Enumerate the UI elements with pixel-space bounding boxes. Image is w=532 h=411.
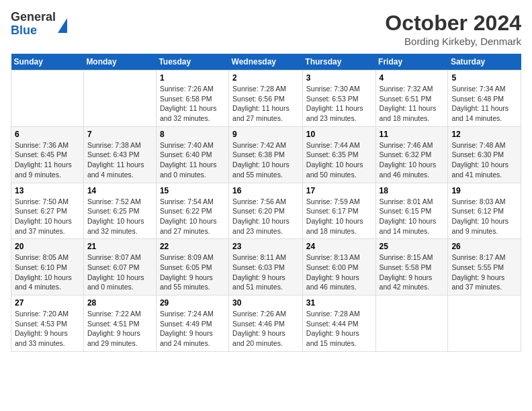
logo-text: General Blue <box>11 11 56 38</box>
day-info: Sunrise: 7:59 AMSunset: 6:17 PMDaylight:… <box>306 197 372 236</box>
day-number: 20 <box>15 242 80 251</box>
day-info: Sunrise: 7:34 AMSunset: 6:48 PMDaylight:… <box>451 84 517 124</box>
cell-4-2: 29Sunrise: 7:24 AMSunset: 4:49 PMDayligh… <box>156 295 228 352</box>
calendar-header-row: Sunday Monday Tuesday Wednesday Thursday… <box>11 54 521 71</box>
day-info: Sunrise: 8:17 AMSunset: 5:55 PMDaylight:… <box>451 253 517 292</box>
day-number: 24 <box>306 242 372 251</box>
cell-1-5: 11Sunrise: 7:46 AMSunset: 6:32 PMDayligh… <box>375 126 448 183</box>
cell-3-5: 25Sunrise: 8:15 AMSunset: 5:58 PMDayligh… <box>375 239 448 295</box>
cell-3-0: 20Sunrise: 8:05 AMSunset: 6:10 PMDayligh… <box>11 239 84 295</box>
day-info: Sunrise: 7:28 AMSunset: 6:56 PMDaylight:… <box>232 84 299 124</box>
day-info: Sunrise: 7:54 AMSunset: 6:22 PMDaylight:… <box>160 197 225 236</box>
cell-3-4: 24Sunrise: 8:13 AMSunset: 6:00 PMDayligh… <box>302 239 375 295</box>
day-number: 26 <box>451 242 517 251</box>
day-number: 6 <box>15 130 80 139</box>
day-info: Sunrise: 7:32 AMSunset: 6:51 PMDaylight:… <box>380 84 445 124</box>
day-number: 5 <box>451 73 517 83</box>
day-number: 14 <box>87 186 152 195</box>
cell-2-0: 13Sunrise: 7:50 AMSunset: 6:27 PMDayligh… <box>11 183 84 239</box>
day-number: 9 <box>232 130 299 139</box>
col-tuesday: Tuesday <box>156 54 228 71</box>
week-row-1: 1Sunrise: 7:26 AMSunset: 6:58 PMDaylight… <box>11 71 521 127</box>
col-saturday: Saturday <box>448 54 521 71</box>
day-info: Sunrise: 7:52 AMSunset: 6:25 PMDaylight:… <box>87 197 152 236</box>
cell-4-5 <box>375 295 448 352</box>
day-info: Sunrise: 8:07 AMSunset: 6:07 PMDaylight:… <box>87 253 152 292</box>
day-number: 11 <box>380 130 445 139</box>
cell-0-6: 5Sunrise: 7:34 AMSunset: 6:48 PMDaylight… <box>448 71 521 127</box>
day-info: Sunrise: 7:24 AMSunset: 4:49 PMDaylight:… <box>160 309 225 349</box>
day-number: 18 <box>380 186 445 195</box>
day-info: Sunrise: 8:01 AMSunset: 6:15 PMDaylight:… <box>380 197 445 236</box>
cell-1-0: 6Sunrise: 7:36 AMSunset: 6:45 PMDaylight… <box>11 126 84 183</box>
day-number: 19 <box>451 186 517 195</box>
logo-arrow-icon <box>58 18 67 33</box>
week-row-4: 20Sunrise: 8:05 AMSunset: 6:10 PMDayligh… <box>11 239 521 295</box>
day-number: 30 <box>232 298 299 308</box>
cell-4-1: 28Sunrise: 7:22 AMSunset: 4:51 PMDayligh… <box>83 295 156 352</box>
cell-2-1: 14Sunrise: 7:52 AMSunset: 6:25 PMDayligh… <box>83 183 156 239</box>
cell-0-4: 3Sunrise: 7:30 AMSunset: 6:53 PMDaylight… <box>302 71 375 127</box>
day-number: 29 <box>160 298 225 308</box>
cell-3-6: 26Sunrise: 8:17 AMSunset: 5:55 PMDayligh… <box>448 239 521 295</box>
day-info: Sunrise: 7:38 AMSunset: 6:43 PMDaylight:… <box>87 140 152 180</box>
col-thursday: Thursday <box>302 54 375 71</box>
day-info: Sunrise: 7:36 AMSunset: 6:45 PMDaylight:… <box>15 140 80 180</box>
day-number: 7 <box>87 130 152 139</box>
cell-0-0 <box>11 71 84 127</box>
week-row-2: 6Sunrise: 7:36 AMSunset: 6:45 PMDaylight… <box>11 126 521 183</box>
cell-2-6: 19Sunrise: 8:03 AMSunset: 6:12 PMDayligh… <box>448 183 521 239</box>
day-info: Sunrise: 7:28 AMSunset: 4:44 PMDaylight:… <box>306 309 372 349</box>
cell-4-3: 30Sunrise: 7:26 AMSunset: 4:46 PMDayligh… <box>229 295 303 352</box>
cell-3-1: 21Sunrise: 8:07 AMSunset: 6:07 PMDayligh… <box>83 239 156 295</box>
day-info: Sunrise: 8:15 AMSunset: 5:58 PMDaylight:… <box>380 253 445 292</box>
logo-general: General <box>11 11 56 24</box>
week-row-3: 13Sunrise: 7:50 AMSunset: 6:27 PMDayligh… <box>11 183 521 239</box>
cell-1-6: 12Sunrise: 7:48 AMSunset: 6:30 PMDayligh… <box>448 126 521 183</box>
cell-2-2: 15Sunrise: 7:54 AMSunset: 6:22 PMDayligh… <box>156 183 228 239</box>
day-number: 31 <box>306 298 372 308</box>
cell-1-4: 10Sunrise: 7:44 AMSunset: 6:35 PMDayligh… <box>302 126 375 183</box>
cell-1-1: 7Sunrise: 7:38 AMSunset: 6:43 PMDaylight… <box>83 126 156 183</box>
month-title: October 2024 <box>385 11 521 36</box>
day-info: Sunrise: 7:44 AMSunset: 6:35 PMDaylight:… <box>306 140 372 180</box>
location: Bording Kirkeby, Denmark <box>385 36 521 47</box>
day-info: Sunrise: 8:09 AMSunset: 6:05 PMDaylight:… <box>160 253 225 292</box>
day-number: 3 <box>306 73 372 83</box>
day-info: Sunrise: 8:11 AMSunset: 6:03 PMDaylight:… <box>232 253 299 292</box>
cell-3-3: 23Sunrise: 8:11 AMSunset: 6:03 PMDayligh… <box>229 239 303 295</box>
day-number: 4 <box>380 73 445 83</box>
col-wednesday: Wednesday <box>229 54 303 71</box>
day-info: Sunrise: 7:20 AMSunset: 4:53 PMDaylight:… <box>15 309 80 349</box>
calendar-table: Sunday Monday Tuesday Wednesday Thursday… <box>11 54 521 352</box>
cell-2-3: 16Sunrise: 7:56 AMSunset: 6:20 PMDayligh… <box>229 183 303 239</box>
col-sunday: Sunday <box>11 54 84 71</box>
day-number: 23 <box>232 242 299 251</box>
cell-1-3: 9Sunrise: 7:42 AMSunset: 6:38 PMDaylight… <box>229 126 303 183</box>
day-info: Sunrise: 7:40 AMSunset: 6:40 PMDaylight:… <box>160 140 225 180</box>
day-info: Sunrise: 7:50 AMSunset: 6:27 PMDaylight:… <box>15 197 80 236</box>
col-monday: Monday <box>83 54 156 71</box>
day-number: 15 <box>160 186 225 195</box>
cell-4-0: 27Sunrise: 7:20 AMSunset: 4:53 PMDayligh… <box>11 295 84 352</box>
day-number: 13 <box>15 186 80 195</box>
day-number: 21 <box>87 242 152 251</box>
logo-blue: Blue <box>11 24 56 38</box>
day-info: Sunrise: 7:48 AMSunset: 6:30 PMDaylight:… <box>451 140 517 180</box>
day-info: Sunrise: 8:13 AMSunset: 6:00 PMDaylight:… <box>306 253 372 292</box>
day-number: 27 <box>15 298 80 308</box>
page-header: General Blue October 2024 Bording Kirkeb… <box>11 11 521 47</box>
day-number: 1 <box>160 73 225 83</box>
day-number: 17 <box>306 186 372 195</box>
day-number: 16 <box>232 186 299 195</box>
cell-0-5: 4Sunrise: 7:32 AMSunset: 6:51 PMDaylight… <box>375 71 448 127</box>
day-info: Sunrise: 7:26 AMSunset: 6:58 PMDaylight:… <box>160 84 225 124</box>
day-number: 28 <box>87 298 152 308</box>
cell-1-2: 8Sunrise: 7:40 AMSunset: 6:40 PMDaylight… <box>156 126 228 183</box>
cell-3-2: 22Sunrise: 8:09 AMSunset: 6:05 PMDayligh… <box>156 239 228 295</box>
cell-2-4: 17Sunrise: 7:59 AMSunset: 6:17 PMDayligh… <box>302 183 375 239</box>
cell-0-2: 1Sunrise: 7:26 AMSunset: 6:58 PMDaylight… <box>156 71 228 127</box>
day-info: Sunrise: 7:46 AMSunset: 6:32 PMDaylight:… <box>380 140 445 180</box>
title-block: October 2024 Bording Kirkeby, Denmark <box>385 11 521 47</box>
day-info: Sunrise: 7:30 AMSunset: 6:53 PMDaylight:… <box>306 84 372 124</box>
